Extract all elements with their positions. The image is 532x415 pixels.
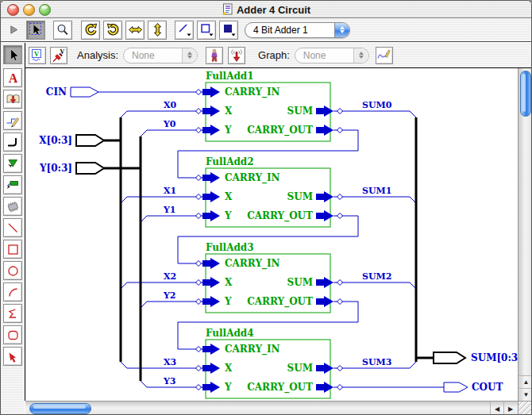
wire-x2[interactable]	[121, 282, 202, 289]
wire-y0[interactable]	[141, 130, 202, 136]
pin-junction-icon[interactable]	[337, 128, 343, 133]
pin-junction-icon[interactable]	[337, 366, 343, 371]
output-pin-icon[interactable]	[316, 277, 333, 288]
text-tool-button[interactable]: A	[3, 68, 22, 87]
output-pin-icon[interactable]	[316, 363, 333, 374]
output-pin-icon[interactable]	[316, 210, 333, 221]
input-pin-icon[interactable]	[202, 382, 220, 393]
pin-junction-icon[interactable]	[337, 299, 343, 305]
input-pin-icon[interactable]	[202, 191, 220, 202]
analysis-popup[interactable]: None	[123, 48, 198, 63]
run-button[interactable]	[7, 21, 20, 40]
wire-y2[interactable]	[141, 302, 202, 308]
vertical-scrollbar[interactable]: ▲ ▼	[518, 68, 532, 401]
draw-line-button[interactable]	[3, 218, 22, 237]
connector-x-bus[interactable]	[76, 135, 104, 146]
input-pin-icon[interactable]	[202, 172, 220, 183]
device-tool-button[interactable]	[3, 197, 22, 216]
rotate-right-button[interactable]	[103, 21, 122, 40]
pin-junction-icon[interactable]	[196, 261, 202, 267]
draw-signal-button[interactable]	[3, 111, 22, 130]
input-pin-icon[interactable]	[202, 210, 220, 221]
pin-junction-icon[interactable]	[337, 213, 343, 219]
scroll-up-arrow-icon[interactable]: ▲	[519, 375, 532, 388]
pin-junction-icon[interactable]	[196, 280, 202, 286]
wire-sum1[interactable]	[333, 197, 416, 203]
wire-y1[interactable]	[141, 216, 202, 222]
input-pin-icon[interactable]	[202, 125, 220, 136]
pin-junction-icon[interactable]	[196, 366, 202, 371]
draw-arrow-button[interactable]	[3, 347, 22, 366]
select-tool-button[interactable]	[26, 21, 45, 40]
wire-sum2[interactable]	[333, 282, 416, 289]
output-pin-icon[interactable]	[316, 191, 333, 202]
flip-horizontal-button[interactable]	[125, 21, 145, 40]
output-pin-icon[interactable]	[316, 125, 333, 136]
draw-rounded-rect-button[interactable]	[3, 325, 22, 344]
pin-junction-icon[interactable]	[337, 109, 343, 114]
wire-carry1[interactable]	[178, 130, 358, 178]
connector-sum-bus[interactable]	[434, 352, 465, 363]
output-pin-icon[interactable]	[316, 382, 333, 393]
flip-vertical-button[interactable]	[148, 21, 167, 40]
pin-junction-icon[interactable]	[337, 385, 343, 390]
input-pin-icon[interactable]	[202, 258, 220, 269]
probe-tool-button[interactable]	[3, 154, 22, 173]
connector-y-bus[interactable]	[76, 163, 104, 174]
connector-cout[interactable]	[444, 382, 468, 392]
draw-circle-button[interactable]	[3, 261, 22, 280]
pin-junction-icon[interactable]	[196, 90, 202, 95]
output-pin-icon[interactable]	[316, 106, 333, 117]
scroll-left-arrow-icon[interactable]: ◀	[490, 402, 503, 415]
resize-grip[interactable]	[518, 401, 532, 415]
pin-junction-icon[interactable]	[196, 128, 202, 133]
input-pin-icon[interactable]	[202, 363, 220, 374]
pin-junction-icon[interactable]	[196, 299, 202, 305]
pin-junction-icon[interactable]	[196, 347, 202, 352]
input-pin-icon[interactable]	[202, 106, 220, 117]
horizontal-scroll-thumb[interactable]	[29, 403, 91, 414]
wire-x0[interactable]	[121, 111, 202, 117]
pin-junction-icon[interactable]	[196, 385, 202, 390]
circuit-popup[interactable]: 4 Bit Adder 1	[245, 22, 350, 38]
fill-rect-tool-button[interactable]	[219, 21, 238, 40]
input-pin-icon[interactable]	[202, 344, 220, 355]
pin-junction-icon[interactable]	[196, 175, 202, 181]
wire-carry3[interactable]	[178, 302, 358, 349]
pin-junction-icon[interactable]	[196, 194, 202, 200]
pin-junction-icon[interactable]	[337, 194, 343, 200]
signal-button[interactable]	[228, 47, 245, 64]
name-probe-button[interactable]	[3, 175, 22, 194]
wire-x3[interactable]	[121, 362, 202, 368]
draw-bus-button[interactable]	[3, 133, 22, 152]
scroll-down-arrow-icon[interactable]: ▼	[519, 388, 532, 401]
connector-cin[interactable]	[71, 87, 98, 97]
draw-arc-button[interactable]	[3, 282, 22, 302]
input-pin-icon[interactable]	[202, 86, 220, 98]
pin-probe-button[interactable]: V	[50, 47, 67, 64]
part-library-button[interactable]	[3, 90, 22, 109]
wire-carry2[interactable]	[178, 216, 358, 263]
schematic-svg[interactable]: CINX[0:3]Y[0:3]SUM[0:3]COUTFullAdd1CARRY…	[25, 68, 518, 401]
input-pin-icon[interactable]	[202, 296, 220, 307]
draw-polygon-button[interactable]	[3, 304, 22, 323]
draw-rect-button[interactable]	[3, 240, 22, 259]
title-bar[interactable]: Adder 4 Circuit	[1, 1, 531, 18]
pin-junction-icon[interactable]	[196, 109, 202, 114]
scroll-right-arrow-icon[interactable]: ▶	[503, 402, 517, 415]
line-tool-button[interactable]	[175, 21, 194, 40]
schematic-canvas[interactable]: CINX[0:3]Y[0:3]SUM[0:3]COUTFullAdd1CARRY…	[25, 68, 518, 401]
pin-junction-icon[interactable]	[196, 213, 202, 219]
pin-junction-icon[interactable]	[337, 280, 343, 286]
rect-tool-button[interactable]	[197, 21, 216, 40]
vertical-scroll-thumb[interactable]	[520, 71, 531, 117]
input-pin-icon[interactable]	[202, 277, 220, 288]
waveform-button[interactable]	[376, 47, 393, 64]
zoom-tool-button[interactable]	[53, 21, 72, 40]
wire-sum0[interactable]	[333, 111, 416, 117]
rotate-left-button[interactable]	[81, 21, 100, 40]
run-person-button[interactable]	[206, 47, 223, 64]
pointer-tool-button[interactable]	[3, 45, 22, 64]
voltage-probe-button[interactable]: V	[29, 47, 46, 64]
wire-x1[interactable]	[121, 197, 202, 203]
